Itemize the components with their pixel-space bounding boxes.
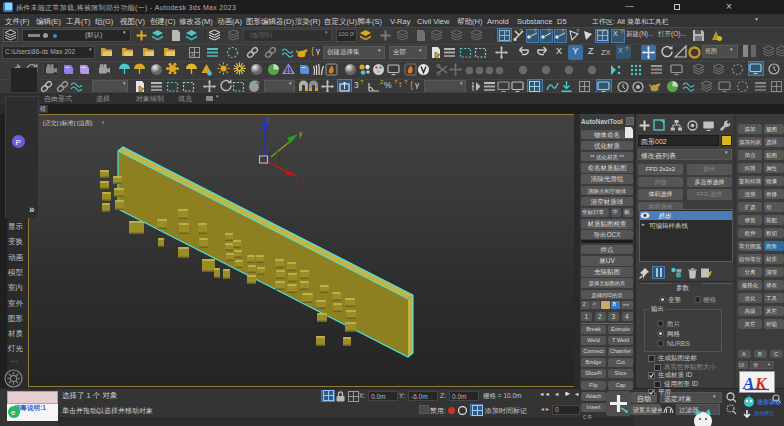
svg-text:K: K: [754, 374, 768, 393]
svg-text:e: e: [11, 408, 16, 417]
svg-text:A: A: [742, 374, 754, 393]
svg-text:P: P: [16, 138, 21, 147]
svg-text:y: y: [299, 130, 303, 138]
svg-text:z: z: [267, 116, 270, 123]
svg-text:x: x: [301, 178, 305, 185]
